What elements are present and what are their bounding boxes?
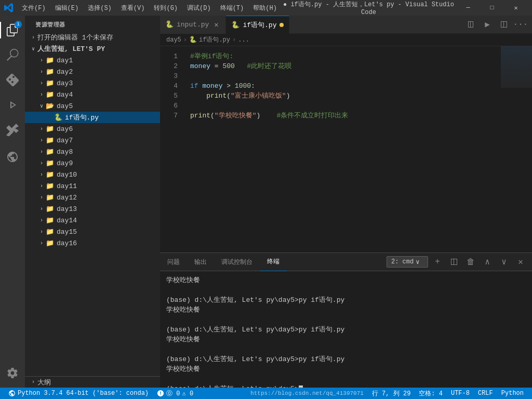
outline-section[interactable]: › 大纲	[25, 376, 160, 388]
tab-input-close[interactable]: ✕	[212, 20, 220, 29]
term-out-1: 学校吃快餐	[166, 305, 526, 315]
activity-remote[interactable]	[0, 144, 25, 169]
git-icon	[6, 74, 19, 86]
sidebar-item-day15[interactable]: › 📁 day15	[25, 226, 160, 237]
terminal-dropdown-arrow: ∨	[416, 258, 419, 266]
sidebar-item-day6[interactable]: › 📁 day6	[25, 123, 160, 135]
status-python[interactable]: Python 3.7.4 64-bit ('base': conda)	[4, 388, 153, 399]
minimize-button[interactable]: ─	[456, 0, 480, 16]
sidebar-item-day2[interactable]: › 📁 day2	[25, 66, 160, 77]
activity-bar-bottom	[0, 361, 25, 385]
sidebar-item-day3[interactable]: › 📁 day3	[25, 77, 160, 89]
sidebar-item-day7[interactable]: › 📁 day7	[25, 135, 160, 146]
day7-arrow: ›	[37, 138, 46, 143]
breadcrumb-file[interactable]: if语句.py	[199, 35, 230, 44]
sidebar-item-day12[interactable]: › 📁 day12	[25, 192, 160, 203]
search-icon	[6, 49, 19, 61]
menu-terminal[interactable]: 终端(T)	[216, 3, 248, 14]
split-icon	[467, 20, 475, 29]
day12-folder-icon: 📁	[46, 193, 54, 202]
day10-arrow: ›	[37, 172, 46, 178]
line-numbers: 1 2 3 4 5 6 7	[160, 46, 185, 252]
activity-extensions[interactable]	[0, 117, 25, 142]
tab-ifstmt[interactable]: 🐍 if语句.py	[226, 16, 289, 34]
terminal-dropdown[interactable]: 2: cmd ∨	[387, 256, 428, 268]
menu-select[interactable]: 选择(S)	[84, 3, 116, 14]
panel-actions: 2: cmd ∨ + 🗑 ∧ ∨ ✕	[382, 255, 532, 269]
day8-arrow: ›	[37, 149, 46, 155]
breadcrumb-sep2: ›	[232, 36, 236, 44]
status-line-ending[interactable]: CRLF	[474, 388, 497, 399]
status-link[interactable]: https://blog.csdn.net/qq_41397071	[246, 388, 368, 399]
sidebar-item-day5[interactable]: ∨ 📂 day5	[25, 100, 160, 112]
menu-debug[interactable]: 调试(D)	[183, 3, 215, 14]
run-button[interactable]: ▶	[480, 17, 495, 32]
day15-label: day15	[57, 228, 160, 236]
kill-terminal-button[interactable]: 🗑	[463, 255, 478, 269]
tab-input[interactable]: 🐍 input.py ✕	[160, 16, 226, 34]
code-editor[interactable]: 1 2 3 4 5 6 7 #举例if语句: money = 500 #此时还了…	[160, 46, 532, 252]
tab-ifstmt-icon: 🐍	[231, 21, 240, 29]
sidebar-item-day11[interactable]: › 📁 day11	[25, 180, 160, 192]
activity-search[interactable]	[0, 43, 25, 68]
code-line-5: print("富士康小镇吃饭")	[190, 92, 290, 100]
day16-folder-icon: 📁	[46, 239, 54, 247]
day16-label: day16	[57, 240, 160, 247]
sidebar-item-day4[interactable]: › 📁 day4	[25, 89, 160, 100]
status-error-icon	[157, 390, 164, 397]
menu-view[interactable]: 查看(V)	[117, 3, 149, 14]
project-arrow: ∨	[29, 46, 37, 52]
status-line-col[interactable]: 行 7, 列 29	[368, 388, 415, 399]
split-editor-button[interactable]	[463, 17, 478, 32]
status-encoding[interactable]: UTF-8	[447, 388, 474, 399]
close-button[interactable]: ✕	[504, 0, 528, 16]
split-terminal-button[interactable]	[447, 255, 461, 269]
day7-label: day7	[57, 137, 160, 144]
panel-tab-output[interactable]: 输出	[187, 253, 214, 271]
sidebar-open-editors[interactable]: › 打开的编辑器 1个未保存	[25, 32, 160, 43]
status-language[interactable]: Python	[497, 388, 528, 399]
sidebar-item-day13[interactable]: › 📁 day13	[25, 203, 160, 215]
menu-file[interactable]: 文件(F)	[18, 3, 50, 14]
editor-area: 🐍 input.py ✕ 🐍 if语句.py ▶	[160, 16, 532, 388]
menu-goto[interactable]: 转到(G)	[150, 3, 182, 14]
menu-help[interactable]: 帮助(H)	[249, 3, 281, 14]
status-errors[interactable]: ⓪ 0 ⚠ 0	[153, 388, 197, 399]
split-layout-button[interactable]	[497, 17, 511, 32]
activity-git[interactable]	[0, 68, 25, 92]
panel-tab-debug[interactable]: 调试控制台	[214, 253, 260, 271]
panel-tab-problems[interactable]: 问题	[160, 253, 187, 271]
code-line-4: if money > 1000:	[190, 82, 255, 90]
code-area[interactable]: #举例if语句: money = 500 #此时还了花呗 if money > …	[185, 46, 501, 252]
menu-edit[interactable]: 编辑(E)	[51, 3, 83, 14]
add-terminal-button[interactable]: +	[430, 255, 445, 269]
day11-folder-icon: 📁	[46, 182, 54, 190]
panel-chevron-down[interactable]: ∨	[497, 255, 511, 269]
day1-label: day1	[57, 57, 160, 64]
status-spaces[interactable]: 空格: 4	[415, 388, 447, 399]
term-blank-1	[166, 285, 526, 295]
maximize-button[interactable]: □	[480, 0, 504, 16]
more-actions-button[interactable]: ···	[513, 17, 528, 32]
day4-arrow: ›	[37, 92, 46, 98]
sidebar-item-day10[interactable]: › 📁 day10	[25, 169, 160, 180]
sidebar-item-day9[interactable]: › 📁 day9	[25, 157, 160, 169]
tab-ifstmt-label: if语句.py	[243, 20, 276, 30]
sidebar-item-day8[interactable]: › 📁 day8	[25, 146, 160, 157]
panel-tab-terminal[interactable]: 终端	[260, 253, 287, 271]
terminal-content[interactable]: 学校吃快餐 (base) d:\人生苦短, Let's py\day5>py i…	[160, 271, 532, 388]
panel-chevron-up[interactable]: ∧	[480, 255, 495, 269]
sidebar-item-day14[interactable]: › 📁 day14	[25, 215, 160, 226]
project-folder[interactable]: ∨ 人生苦短, LET'S PY	[25, 43, 160, 55]
open-editors-section[interactable]: › 打开的编辑器 1个未保存	[25, 32, 160, 43]
breadcrumb-day5[interactable]: day5	[166, 36, 181, 44]
activity-settings[interactable]	[0, 361, 25, 385]
activity-run[interactable]	[0, 92, 25, 117]
breadcrumb-context[interactable]: ...	[238, 36, 249, 44]
sidebar-item-day1[interactable]: › 📁 day1	[25, 55, 160, 66]
sidebar-item-day16[interactable]: › 📁 day16	[25, 237, 160, 249]
panel-close[interactable]: ✕	[513, 255, 528, 269]
term-cmd-1: (base) d:\人生苦短, Let's py\day5>py if语句.py	[166, 295, 526, 305]
activity-explorer[interactable]: 1	[0, 18, 25, 43]
sidebar-item-ifstmt[interactable]: 🐍 if语句.py	[25, 112, 160, 123]
